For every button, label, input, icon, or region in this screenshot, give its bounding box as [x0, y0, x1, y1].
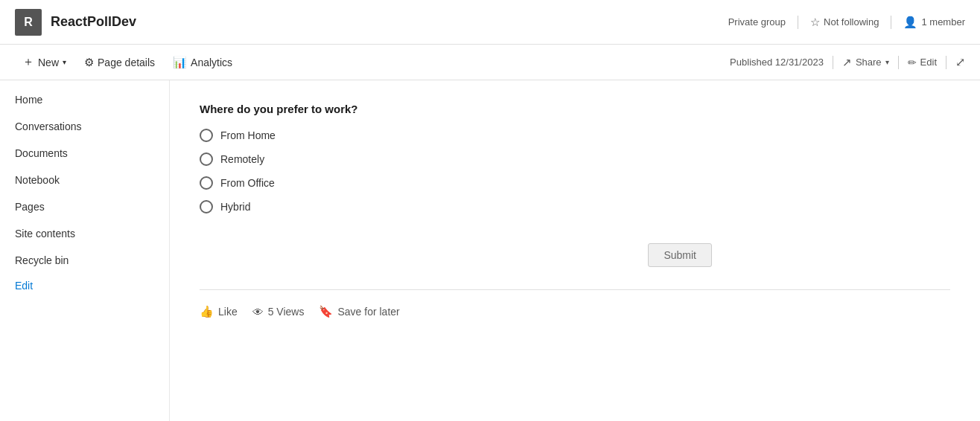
radio-from-office[interactable] — [200, 176, 213, 190]
submit-button[interactable]: Submit — [648, 243, 712, 267]
members-button[interactable]: 👤 1 member — [903, 16, 965, 29]
private-group-text: Private group — [728, 16, 786, 28]
views-label: 5 Views — [268, 306, 305, 318]
new-label: New — [38, 57, 59, 68]
radio-remotely[interactable] — [200, 152, 213, 166]
site-title: ReactPollDev — [51, 14, 728, 30]
share-chevron-icon: ▾ — [885, 58, 889, 66]
poll-question: Where do you prefer to work? — [200, 103, 950, 115]
poll-options: From Home Remotely From Office Hybrid — [200, 129, 950, 213]
chart-icon: 📊 — [173, 56, 187, 69]
poll-option-remotely[interactable]: Remotely — [200, 152, 950, 166]
edit-button[interactable]: ✏ Edit — [908, 57, 937, 68]
plus-icon: ＋ — [22, 54, 34, 70]
sidebar-item-home[interactable]: Home — [0, 86, 169, 113]
toolbar-divider-1 — [833, 56, 833, 69]
poll-option-from-office[interactable]: From Office — [200, 176, 950, 190]
option-from-home-label: From Home — [220, 129, 276, 141]
save-label: Save for later — [337, 306, 399, 318]
sidebar: Home Conversations Documents Notebook Pa… — [0, 80, 170, 421]
like-label: Like — [218, 306, 238, 318]
sidebar-item-notebook[interactable]: Notebook — [0, 167, 169, 193]
share-icon: ↗ — [842, 56, 852, 69]
share-label: Share — [856, 57, 882, 68]
toolbar-divider-3 — [946, 56, 946, 69]
page-details-button[interactable]: ⚙ Page details — [77, 51, 162, 74]
save-for-later-button[interactable]: 🔖 Save for later — [319, 305, 399, 318]
header-right: Private group ☆ Not following 👤 1 member — [728, 16, 965, 29]
sidebar-item-conversations[interactable]: Conversations — [0, 113, 169, 140]
content-divider — [200, 289, 950, 290]
star-icon: ☆ — [810, 16, 820, 29]
header-separator-1 — [798, 16, 798, 29]
poll-option-hybrid[interactable]: Hybrid — [200, 200, 950, 213]
person-icon: 👤 — [903, 16, 917, 29]
analytics-label: Analytics — [191, 57, 232, 68]
members-label: 1 member — [921, 16, 965, 28]
footer-actions: 👍 Like 👁 5 Views 🔖 Save for later — [200, 305, 950, 318]
thumbs-up-icon: 👍 — [200, 305, 214, 318]
published-label: Published 12/31/2023 — [730, 57, 824, 68]
toolbar-right: Published 12/31/2023 ↗ Share ▾ ✏ Edit ⤢ — [730, 55, 965, 69]
toolbar-divider-2 — [898, 56, 899, 69]
page-details-label: Page details — [98, 57, 155, 68]
gear-icon: ⚙ — [84, 56, 94, 69]
option-from-office-label: From Office — [220, 177, 275, 189]
sidebar-item-pages[interactable]: Pages — [0, 193, 169, 220]
edit-icon: ✏ — [908, 57, 917, 68]
edit-label: Edit — [920, 57, 937, 68]
sidebar-item-site-contents[interactable]: Site contents — [0, 220, 169, 247]
option-remotely-label: Remotely — [220, 153, 264, 165]
radio-hybrid[interactable] — [200, 200, 213, 213]
expand-icon[interactable]: ⤢ — [955, 55, 965, 69]
eye-icon: 👁 — [252, 306, 264, 318]
option-hybrid-label: Hybrid — [220, 201, 250, 213]
radio-from-home[interactable] — [200, 129, 213, 142]
header-separator-2 — [891, 16, 891, 29]
not-following-button[interactable]: ☆ Not following — [810, 16, 879, 29]
following-label: Not following — [824, 16, 879, 28]
like-button[interactable]: 👍 Like — [200, 305, 238, 318]
share-button[interactable]: ↗ Share ▾ — [842, 56, 889, 69]
bookmark-icon: 🔖 — [319, 305, 333, 318]
chevron-down-icon: ▾ — [63, 58, 66, 66]
poll-option-from-home[interactable]: From Home — [200, 129, 950, 142]
analytics-button[interactable]: 📊 Analytics — [165, 51, 240, 74]
page-toolbar: ＋ New ▾ ⚙ Page details 📊 Analytics Publi… — [0, 45, 980, 80]
sidebar-item-recycle-bin[interactable]: Recycle bin — [0, 247, 169, 274]
site-avatar: R — [15, 9, 42, 36]
views-count: 👁 5 Views — [252, 306, 305, 318]
submit-area: Submit — [200, 243, 950, 267]
main-content: Where do you prefer to work? From Home R… — [170, 80, 980, 421]
new-button[interactable]: ＋ New ▾ — [15, 50, 74, 74]
private-group-label: Private group — [728, 16, 786, 28]
page-layout: Home Conversations Documents Notebook Pa… — [0, 80, 980, 421]
site-header: R ReactPollDev Private group ☆ Not follo… — [0, 0, 980, 45]
sidebar-item-documents[interactable]: Documents — [0, 140, 169, 167]
sidebar-edit-link[interactable]: Edit — [0, 274, 169, 299]
